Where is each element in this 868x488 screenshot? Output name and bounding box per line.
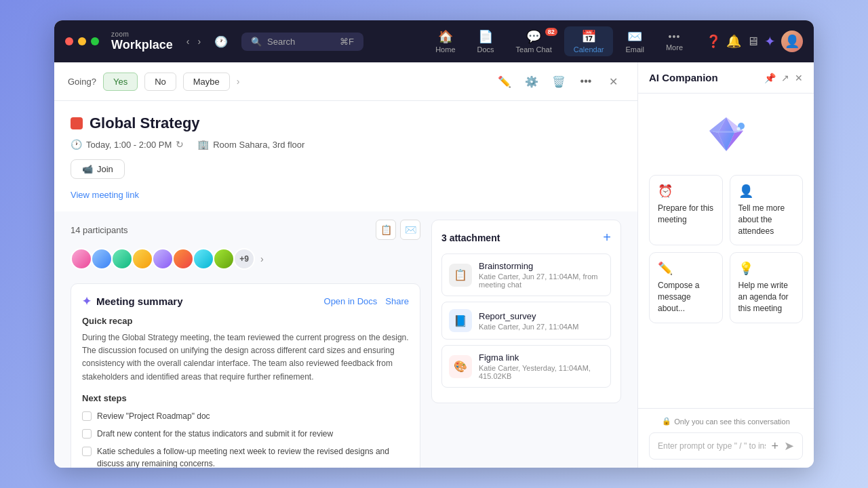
participant-avatar-7 — [193, 248, 214, 270]
tab-teamchat[interactable]: 💬 Team Chat 82 — [507, 26, 561, 56]
email-icon: ✉️ — [627, 29, 642, 44]
tab-more[interactable]: ••• More — [656, 28, 692, 54]
ai-add-icon[interactable]: + — [771, 439, 778, 453]
calendar-icon: 📅 — [581, 29, 596, 44]
history-icon[interactable]: 🕐 — [214, 35, 228, 48]
share-link[interactable]: Share — [385, 296, 409, 306]
notification-icon[interactable]: 🔔 — [726, 34, 741, 49]
quick-recap-text: During the Global Strategy meeting, the … — [82, 331, 409, 384]
ai-companion-panel: AI Companion 📌 ↗ ✕ — [637, 62, 814, 468]
topbar-right: ✏️ ⚙️ 🗑️ ••• ✕ — [494, 70, 624, 92]
summary-star-icon: ✦ — [82, 295, 91, 308]
back-arrow[interactable]: ‹ — [184, 35, 193, 48]
attachment-icon-3: 🎨 — [449, 355, 472, 378]
going-chevron-icon[interactable]: › — [237, 76, 240, 87]
copy-participants-button[interactable]: 📋 — [376, 220, 396, 240]
event-info: Global Strategy 🕐 Today, 1:00 - 2:00 PM … — [54, 101, 637, 211]
email-participants-button[interactable]: ✉️ — [400, 220, 420, 240]
event-time-text: Today, 1:00 - 2:00 PM — [86, 140, 172, 150]
app-window: zoom Workplace ‹ › 🕐 🔍 Search ⌘F 🏠 Home … — [54, 20, 814, 468]
compose-icon: ✏️ — [658, 261, 714, 276]
quick-recap-title: Quick recap — [82, 316, 409, 326]
checkbox-2[interactable] — [82, 429, 92, 439]
no-button[interactable]: No — [144, 73, 176, 91]
tab-teamchat-label: Team Chat — [516, 45, 552, 54]
ai-send-icon[interactable]: ➤ — [784, 439, 794, 453]
tab-email-label: Email — [625, 45, 644, 54]
ai-prompt-input[interactable] — [658, 441, 766, 451]
checkbox-1[interactable] — [82, 411, 92, 421]
search-shortcut: ⌘F — [340, 37, 354, 47]
tab-docs[interactable]: 📄 Docs — [468, 26, 504, 56]
participant-avatar-5 — [152, 248, 174, 270]
nav-arrows: ‹ › — [184, 35, 203, 48]
attachment-brainstorming[interactable]: 📋 Brainstorming Katie Carter, Jun 27, 11… — [441, 253, 611, 296]
meeting-summary-card: ✦ Meeting summary Open in Docs Share Qui… — [71, 283, 420, 468]
next-step-1: Review "Project Roadmap" doc — [82, 410, 409, 422]
event-color-dot — [71, 117, 83, 129]
ai-action-prepare[interactable]: ⏰ Prepare for this meeting — [649, 175, 723, 245]
join-label: Join — [97, 164, 113, 174]
attachment-icon-2: 📘 — [449, 309, 472, 332]
maybe-button[interactable]: Maybe — [183, 73, 230, 91]
participant-avatar-6 — [172, 248, 194, 270]
add-attachment-button[interactable]: + — [603, 230, 611, 245]
forward-arrow[interactable]: › — [195, 35, 203, 48]
agenda-icon: 💡 — [738, 261, 795, 276]
ai-title: AI Companion — [649, 72, 718, 83]
ai-pin-icon[interactable]: 📌 — [764, 73, 776, 83]
agenda-label: Help me write an agenda for this meeting — [738, 280, 795, 314]
maximize-button[interactable] — [91, 37, 99, 45]
ai-close-icon[interactable]: ✕ — [795, 73, 803, 83]
participant-avatar-3 — [111, 248, 133, 270]
help-icon[interactable]: ❓ — [706, 34, 721, 49]
event-actions: 📹 Join — [71, 159, 621, 179]
participant-avatar-2 — [91, 248, 113, 270]
attachment-figma[interactable]: 🎨 Figma link Katie Carter, Yesterday, 11… — [441, 345, 611, 388]
ai-action-agenda[interactable]: 💡 Help me write an agenda for this meeti… — [730, 252, 804, 323]
ai-privacy-note: 🔒 Only you can see this conversation — [649, 417, 803, 426]
attachment-name-1: Brainstorming — [479, 261, 604, 271]
screen-share-icon[interactable]: 🖥 — [747, 35, 759, 49]
join-button[interactable]: 📹 Join — [71, 159, 125, 179]
right-column: 3 attachment + 📋 Brainstorming Katie Car… — [431, 220, 621, 468]
tab-home[interactable]: 🏠 Home — [426, 26, 465, 56]
tab-docs-label: Docs — [477, 45, 494, 54]
attachment-name-3: Figma link — [479, 352, 604, 363]
yes-button[interactable]: Yes — [103, 73, 138, 91]
next-steps-title: Next steps — [82, 393, 409, 403]
delete-button[interactable]: 🗑️ — [548, 70, 570, 92]
close-button[interactable] — [65, 37, 73, 45]
ai-action-compose[interactable]: ✏️ Compose a message about... — [649, 252, 723, 323]
checkbox-3[interactable] — [82, 447, 92, 456]
participants-expand-icon[interactable]: › — [260, 253, 264, 264]
open-in-docs-link[interactable]: Open in Docs — [324, 296, 378, 306]
summary-title-text: Meeting summary — [96, 296, 183, 307]
more-options-button[interactable]: ••• — [575, 70, 597, 92]
ai-header: AI Companion 📌 ↗ ✕ — [638, 62, 814, 94]
tab-email[interactable]: ✉️ Email — [616, 26, 654, 56]
event-title: Global Strategy — [71, 115, 621, 132]
ai-sparkle-icon[interactable]: ✦ — [764, 33, 776, 49]
calendar-panel: Going? Yes No Maybe › ✏️ ⚙️ 🗑️ ••• ✕ Glo… — [54, 62, 637, 468]
edit-button[interactable]: ✏️ — [494, 70, 515, 92]
minimize-button[interactable] — [78, 37, 86, 45]
view-meeting-link[interactable]: View meeting link — [71, 190, 139, 200]
left-column: 14 participants 📋 ✉️ — [71, 220, 420, 468]
titlebar-right: ❓ 🔔 🖥 ✦ 👤 — [706, 30, 803, 52]
more-icon: ••• — [669, 31, 681, 42]
user-avatar[interactable]: 👤 — [781, 30, 803, 52]
ai-action-attendees[interactable]: 👤 Tell me more about the attendees — [730, 175, 804, 245]
attachment-icon-1: 📋 — [449, 264, 472, 287]
attachments-title: 3 attachment — [441, 232, 500, 243]
ai-actions-grid: ⏰ Prepare for this meeting 👤 Tell me mor… — [649, 175, 803, 323]
participant-avatar-8 — [213, 248, 235, 270]
attachment-report[interactable]: 📘 Report_survey Katie Carter, Jun 27, 11… — [441, 302, 611, 340]
settings-button[interactable]: ⚙️ — [521, 70, 542, 92]
attendees-icon: 👤 — [738, 184, 795, 199]
avatars-row: +9 › — [71, 248, 420, 270]
close-event-button[interactable]: ✕ — [602, 70, 624, 92]
tab-calendar[interactable]: 📅 Calendar — [564, 26, 614, 56]
search-bar[interactable]: 🔍 Search ⌘F — [241, 33, 363, 51]
ai-external-icon[interactable]: ↗ — [781, 73, 789, 83]
